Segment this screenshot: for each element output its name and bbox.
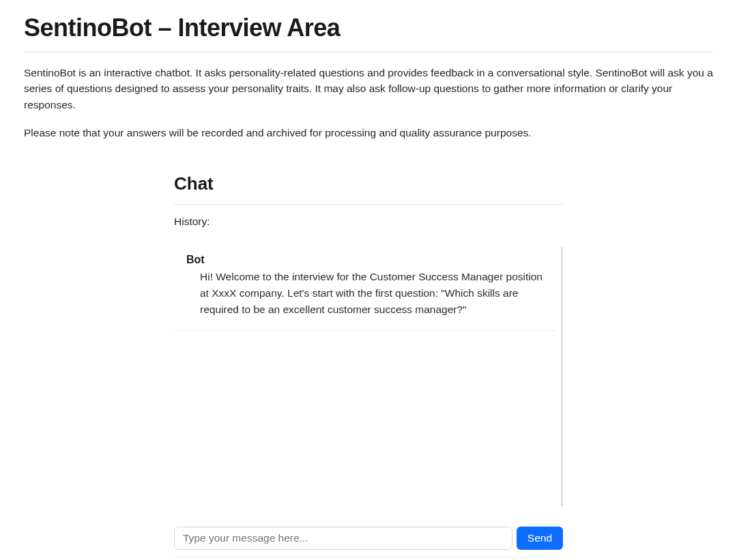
intro-paragraph-2: Please note that your answers will be re… bbox=[24, 125, 713, 141]
chat-message: Bot Hi! Welcome to the interview for the… bbox=[174, 247, 556, 330]
chat-message-body: Hi! Welcome to the interview for the Cus… bbox=[186, 269, 544, 318]
intro-paragraph-1: SentinoBot is an interactive chatbot. It… bbox=[24, 65, 713, 113]
chat-input-row: Send bbox=[174, 527, 563, 550]
chat-message-input[interactable] bbox=[174, 527, 512, 550]
chat-message-separator bbox=[174, 330, 556, 331]
chat-title-separator bbox=[174, 204, 563, 205]
send-button[interactable]: Send bbox=[517, 527, 563, 550]
chat-history-panel: Bot Hi! Welcome to the interview for the… bbox=[174, 247, 563, 506]
history-label: History: bbox=[174, 216, 563, 228]
chat-input-separator bbox=[174, 557, 563, 557]
chat-title: Chat bbox=[174, 173, 563, 194]
title-separator bbox=[24, 52, 713, 53]
chat-message-sender: Bot bbox=[186, 254, 544, 266]
scrollbar-track[interactable] bbox=[561, 247, 563, 506]
chat-section: Chat History: Bot Hi! Welcome to the int… bbox=[174, 173, 563, 557]
page-title: SentinoBot – Interview Area bbox=[24, 14, 713, 42]
chat-history-scroll[interactable]: Bot Hi! Welcome to the interview for the… bbox=[174, 247, 563, 506]
